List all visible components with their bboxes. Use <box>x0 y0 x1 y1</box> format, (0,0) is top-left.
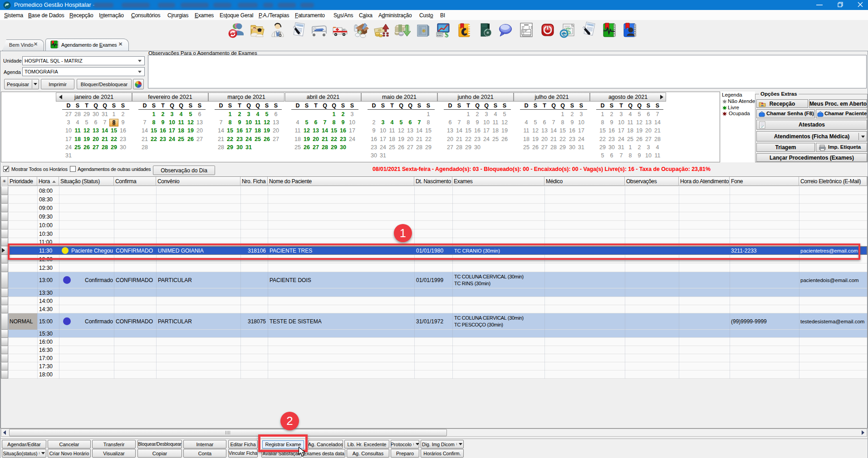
svg-text:e: e <box>562 30 566 37</box>
svg-text:$: $ <box>445 30 449 39</box>
